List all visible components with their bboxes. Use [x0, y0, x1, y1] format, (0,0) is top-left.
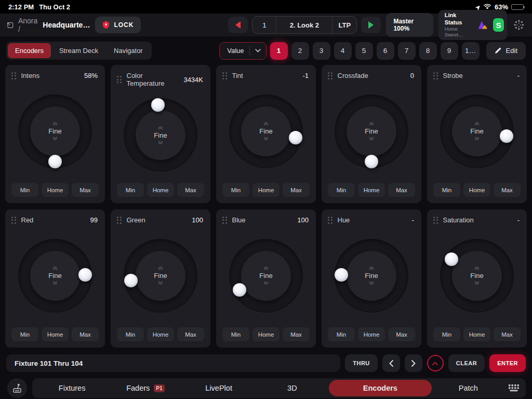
min-button[interactable]: Min [328, 327, 355, 341]
home-button[interactable]: Home [252, 327, 280, 341]
command-line-input[interactable]: Fixture 101 Thru 104 [6, 354, 340, 372]
home-button[interactable]: Home [147, 183, 174, 197]
max-button[interactable]: Max [72, 327, 99, 341]
drag-handle-icon[interactable] [11, 72, 16, 79]
min-button[interactable]: Min [222, 327, 249, 341]
clear-button[interactable]: CLEAR [448, 354, 485, 372]
nav-item-encoders[interactable]: Encoders [329, 380, 432, 396]
go-cue-button[interactable] [361, 17, 381, 33]
min-button[interactable]: Min [11, 183, 38, 197]
encoder-page-4[interactable]: 4 [334, 42, 352, 60]
encoder-page-8[interactable]: 8 [419, 42, 437, 60]
next-selection-button[interactable] [405, 354, 422, 372]
command-history-button[interactable] [427, 355, 444, 371]
prev-cue-button[interactable] [228, 17, 248, 33]
breadcrumb[interactable]: Anora / Headquarte… [6, 17, 90, 33]
encoder-knob[interactable]: Fine [335, 239, 408, 313]
drag-handle-icon[interactable] [433, 72, 438, 79]
encoder-position-ball[interactable] [48, 155, 62, 168]
encoder-page-2[interactable]: 2 [291, 42, 309, 60]
home-button[interactable]: Home [42, 327, 69, 341]
cue-mode[interactable]: LTP [332, 17, 356, 33]
edit-button[interactable]: Edit [486, 42, 526, 60]
drag-handle-icon[interactable] [11, 217, 16, 224]
home-button[interactable]: Home [358, 327, 385, 341]
nav-item-liveplot[interactable]: LivePlot [182, 380, 256, 396]
encoder-knob[interactable]: Fine [440, 239, 514, 313]
nav-item-fixtures[interactable]: Fixtures [35, 380, 109, 396]
home-button[interactable]: Home [358, 183, 385, 197]
home-button[interactable]: Home [252, 183, 280, 197]
tab-navigator[interactable]: Navigator [107, 43, 150, 58]
encoder-knob[interactable]: Fine [124, 239, 197, 313]
max-button[interactable]: Max [283, 327, 310, 341]
master-level-button[interactable]: Master 100% [386, 13, 433, 37]
prev-selection-button[interactable] [382, 354, 400, 372]
min-button[interactable]: Min [117, 183, 144, 197]
keyboard-toggle-button[interactable] [505, 384, 523, 392]
encoder-fine-zone[interactable]: Fine [30, 251, 80, 301]
max-button[interactable]: Max [177, 327, 204, 341]
joystick-button[interactable] [7, 378, 27, 398]
encoder-fine-zone[interactable]: Fine [136, 251, 185, 301]
min-button[interactable]: Min [433, 183, 460, 197]
drag-handle-icon[interactable] [222, 217, 227, 224]
drag-handle-icon[interactable] [117, 76, 122, 83]
max-button[interactable]: Max [388, 327, 415, 341]
drag-handle-icon[interactable] [222, 72, 227, 79]
encoder-page-6[interactable]: 6 [377, 42, 394, 60]
tab-stream-deck[interactable]: Stream Deck [52, 43, 105, 58]
encoder-fine-zone[interactable]: Fine [452, 251, 502, 301]
max-button[interactable]: Max [388, 183, 415, 197]
thru-button[interactable]: THRU [345, 354, 378, 372]
nav-item-3d[interactable]: 3D [256, 380, 329, 396]
drag-handle-icon[interactable] [433, 217, 438, 224]
encoder-knob[interactable]: Fine [335, 95, 408, 168]
cue-name[interactable]: 2. Look 2 [276, 17, 332, 33]
enter-button[interactable]: ENTER [489, 354, 526, 372]
nav-item-faders[interactable]: FadersP1 [109, 380, 182, 396]
min-button[interactable]: Min [433, 327, 460, 341]
home-button[interactable]: Home [147, 327, 174, 341]
max-button[interactable]: Max [177, 183, 204, 197]
encoder-knob[interactable]: Fine [229, 95, 303, 168]
encoder-fine-zone[interactable]: Fine [136, 110, 185, 160]
encoder-knob[interactable]: Fine [229, 239, 303, 313]
encoder-fine-zone[interactable]: Fine [452, 107, 502, 156]
max-button[interactable]: Max [72, 183, 99, 197]
encoder-page-1[interactable]: 1 [270, 42, 288, 60]
home-button[interactable]: Home [42, 183, 69, 197]
min-button[interactable]: Min [117, 327, 144, 341]
encoder-page-1more[interactable]: 1… [462, 42, 480, 60]
encoder-position-ball[interactable] [124, 274, 138, 287]
home-button[interactable]: Home [463, 327, 490, 341]
drag-handle-icon[interactable] [328, 72, 332, 79]
encoder-fine-zone[interactable]: Fine [347, 107, 396, 156]
encoder-knob[interactable]: Fine [440, 95, 514, 168]
home-button[interactable]: Home [463, 183, 490, 197]
encoder-position-ball[interactable] [233, 283, 246, 297]
encoder-position-ball[interactable] [78, 268, 92, 282]
encoder-page-3[interactable]: 3 [313, 42, 330, 60]
encoder-knob[interactable]: Fine [18, 239, 92, 313]
max-button[interactable]: Max [494, 183, 521, 197]
drag-handle-icon[interactable] [328, 217, 332, 224]
encoder-position-ball[interactable] [289, 131, 302, 144]
encoder-position-ball[interactable] [335, 268, 348, 282]
cue-number[interactable]: 1 [252, 17, 276, 33]
encoder-fine-zone[interactable]: Fine [347, 251, 396, 301]
encoder-knob[interactable]: Fine [124, 98, 197, 172]
encoder-position-ball[interactable] [151, 98, 165, 112]
max-button[interactable]: Max [283, 183, 310, 197]
encoder-fine-zone[interactable]: Fine [241, 251, 291, 301]
tab-encoders[interactable]: Encoders [8, 43, 51, 58]
encoder-fine-zone[interactable]: Fine [30, 107, 80, 156]
nav-item-patch[interactable]: Patch [432, 380, 505, 396]
min-button[interactable]: Min [11, 327, 38, 341]
link-status-button[interactable]: Link Status Home Sweet… S [438, 10, 508, 39]
value-mode-dropdown[interactable]: Value [219, 42, 266, 60]
encoder-page-9[interactable]: 9 [441, 42, 458, 60]
lock-button[interactable]: LOCK [95, 17, 141, 33]
encoder-knob[interactable]: Fine [18, 95, 92, 168]
encoder-page-7[interactable]: 7 [398, 42, 416, 60]
